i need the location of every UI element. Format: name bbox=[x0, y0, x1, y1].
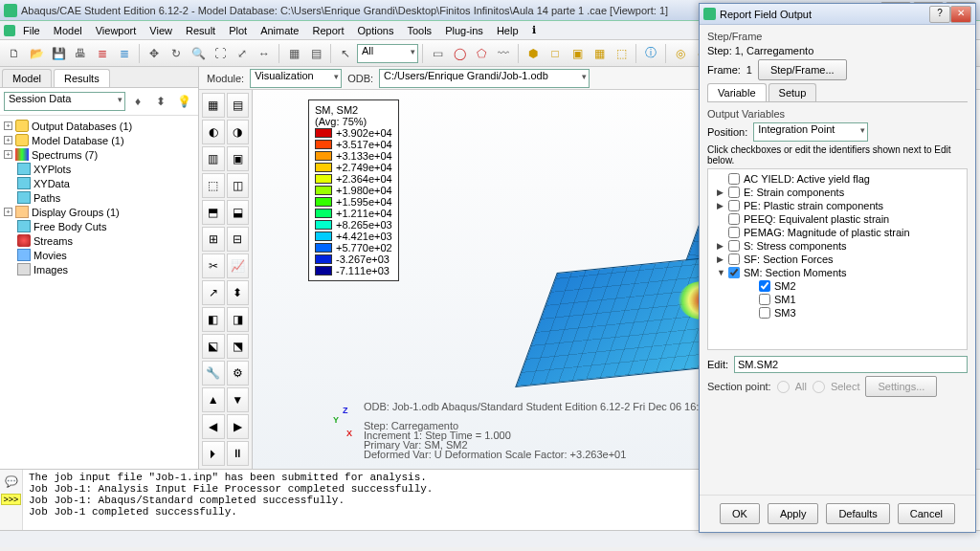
poly-select-icon[interactable]: ⬠ bbox=[471, 43, 492, 64]
variable-item[interactable]: PEEQ: Equivalent plastic strain bbox=[711, 212, 964, 226]
tab-setup[interactable]: Setup bbox=[768, 83, 817, 101]
menu-help-icon[interactable]: ℹ bbox=[526, 22, 542, 38]
variable-item[interactable]: ▼ SM: Section Moments bbox=[711, 266, 964, 279]
pan-icon[interactable]: ✥ bbox=[144, 43, 165, 64]
toolbox-button[interactable]: 🔧 bbox=[202, 361, 225, 386]
toolbox-button[interactable]: ▦ bbox=[202, 93, 225, 118]
stepframe-button[interactable]: Step/Frame... bbox=[758, 59, 847, 80]
defaults-button[interactable]: Defaults bbox=[826, 503, 889, 524]
tab-results[interactable]: Results bbox=[54, 69, 110, 87]
toolbox-button[interactable]: ⬒ bbox=[202, 200, 225, 225]
info-icon[interactable]: ⓘ bbox=[640, 43, 661, 64]
books-icon[interactable]: ≣ bbox=[92, 43, 113, 64]
new-icon[interactable]: 🗋 bbox=[4, 43, 25, 64]
tree-item[interactable]: +Spectrums (7) bbox=[2, 147, 196, 162]
lasso-icon[interactable]: 〰 bbox=[493, 43, 514, 64]
tree-item[interactable]: Images bbox=[2, 262, 196, 276]
variable-item[interactable]: ▶ SF: Section Forces bbox=[711, 253, 964, 266]
toolbox-button[interactable]: ◫ bbox=[227, 173, 250, 198]
print-icon[interactable]: 🖶 bbox=[70, 43, 91, 64]
menu-result[interactable]: Result bbox=[180, 23, 221, 38]
cube4-icon[interactable]: ⬚ bbox=[611, 43, 632, 64]
tree-item[interactable]: Movies bbox=[2, 248, 196, 262]
menu-help[interactable]: Help bbox=[491, 23, 524, 38]
toolbox-button[interactable]: ▤ bbox=[227, 93, 250, 118]
menu-tools[interactable]: Tools bbox=[401, 23, 437, 38]
apply-button[interactable]: Apply bbox=[768, 503, 819, 524]
menu-model[interactable]: Model bbox=[48, 23, 88, 38]
tree-item[interactable]: +Display Groups (1) bbox=[2, 205, 196, 219]
cancel-button[interactable]: Cancel bbox=[898, 503, 955, 524]
tab-variable[interactable]: Variable bbox=[707, 83, 767, 101]
rotate-icon[interactable]: ↻ bbox=[166, 43, 187, 64]
session-filter2-icon[interactable]: 💡 bbox=[173, 91, 194, 112]
tree-item[interactable]: Streams bbox=[2, 233, 196, 248]
dialog-help-icon[interactable]: ? bbox=[929, 6, 950, 23]
tab-model[interactable]: Model bbox=[2, 69, 52, 87]
variable-item[interactable]: SM2 bbox=[711, 279, 964, 293]
tree-item[interactable]: XYData bbox=[2, 176, 196, 190]
results-tree[interactable]: +Output Databases (1)+Model Database (1)… bbox=[0, 116, 198, 469]
toolbox-button[interactable]: ⊟ bbox=[227, 227, 250, 252]
zoom-box-icon[interactable]: ⛶ bbox=[210, 43, 231, 64]
tree-item[interactable]: XYPlots bbox=[2, 162, 196, 176]
cycle-icon[interactable]: ↔ bbox=[254, 43, 275, 64]
menu-animate[interactable]: Animate bbox=[255, 23, 304, 38]
menu-view[interactable]: View bbox=[144, 23, 178, 38]
circles1-icon[interactable]: ◎ bbox=[670, 43, 691, 64]
variables-tree[interactable]: AC YIELD: Active yield flag▶ E: Strain c… bbox=[707, 168, 968, 350]
variable-item[interactable]: AC YIELD: Active yield flag bbox=[711, 172, 964, 186]
toolbox-button[interactable]: ▣ bbox=[227, 146, 250, 171]
toolbox-button[interactable]: ⊞ bbox=[202, 227, 225, 252]
cube2-icon[interactable]: ▣ bbox=[567, 43, 588, 64]
ortho-icon[interactable]: ▤ bbox=[305, 43, 326, 64]
session-combo[interactable]: Session Data bbox=[4, 92, 125, 111]
toolbox-button[interactable]: ◀ bbox=[202, 414, 225, 439]
view-triad[interactable]: ZYX bbox=[329, 406, 364, 440]
toolbox-button[interactable]: ◐ bbox=[202, 120, 225, 144]
toolbox-button[interactable]: ⚙ bbox=[227, 361, 250, 386]
toolbox-button[interactable]: ⏸ bbox=[227, 441, 250, 466]
menu-plugins[interactable]: Plug-ins bbox=[439, 23, 489, 38]
toolbox-button[interactable]: ⬓ bbox=[227, 200, 250, 225]
menu-viewport[interactable]: Viewport bbox=[90, 23, 143, 38]
cube1-icon[interactable]: □ bbox=[545, 43, 566, 64]
toolbox-button[interactable]: ⬚ bbox=[202, 173, 225, 198]
menu-plot[interactable]: Plot bbox=[223, 23, 253, 38]
variable-item[interactable]: ▶ S: Stress components bbox=[711, 239, 964, 253]
fit-icon[interactable]: ⤢ bbox=[232, 43, 253, 64]
cube3-icon[interactable]: ▦ bbox=[589, 43, 610, 64]
toolbox-button[interactable]: ◑ bbox=[227, 120, 250, 144]
menu-report[interactable]: Report bbox=[306, 23, 349, 38]
tree-item[interactable]: +Output Databases (1) bbox=[2, 119, 196, 133]
variable-item[interactable]: SM3 bbox=[711, 306, 964, 320]
toolbox-button[interactable]: ◧ bbox=[202, 307, 225, 332]
books2-icon[interactable]: ≣ bbox=[114, 43, 135, 64]
save-icon[interactable]: 💾 bbox=[48, 43, 69, 64]
variable-item[interactable]: SM1 bbox=[711, 293, 964, 306]
session-filter1-icon[interactable]: ⬍ bbox=[150, 91, 171, 112]
edit-field[interactable] bbox=[734, 356, 968, 373]
cli-icon[interactable]: >>> bbox=[1, 494, 22, 505]
ok-button[interactable]: OK bbox=[720, 503, 760, 524]
toolbox-button[interactable]: ⬕ bbox=[202, 334, 225, 359]
arrow-icon[interactable]: ↖ bbox=[335, 43, 356, 64]
toolbox-button[interactable]: ▼ bbox=[227, 387, 250, 412]
variable-item[interactable]: ▶ E: Strain components bbox=[711, 186, 964, 199]
cube-shaded-icon[interactable]: ⬢ bbox=[523, 43, 544, 64]
toolbox-button[interactable]: ⏵ bbox=[202, 441, 225, 466]
toolbox-button[interactable]: ◨ bbox=[227, 307, 250, 332]
menu-file[interactable]: File bbox=[17, 23, 46, 38]
dialog-close-button[interactable]: ✕ bbox=[950, 6, 971, 23]
tree-item[interactable]: Free Body Cuts bbox=[2, 219, 196, 233]
position-combo[interactable]: Integration Point bbox=[753, 122, 868, 142]
menu-options[interactable]: Options bbox=[352, 23, 400, 38]
toolbox-button[interactable]: ▥ bbox=[202, 146, 225, 171]
toolbox-button[interactable]: ⬔ bbox=[227, 334, 250, 359]
toolbox-button[interactable]: ▶ bbox=[227, 414, 250, 439]
tree-item[interactable]: Paths bbox=[2, 190, 196, 205]
tree-item[interactable]: +Model Database (1) bbox=[2, 133, 196, 147]
odb-combo[interactable]: C:/Users/Enrique Grandi/Job-1.odb bbox=[379, 69, 590, 88]
variable-item[interactable]: PEMAG: Magnitude of plastic strain bbox=[711, 226, 964, 239]
circle-select-icon[interactable]: ◯ bbox=[449, 43, 470, 64]
